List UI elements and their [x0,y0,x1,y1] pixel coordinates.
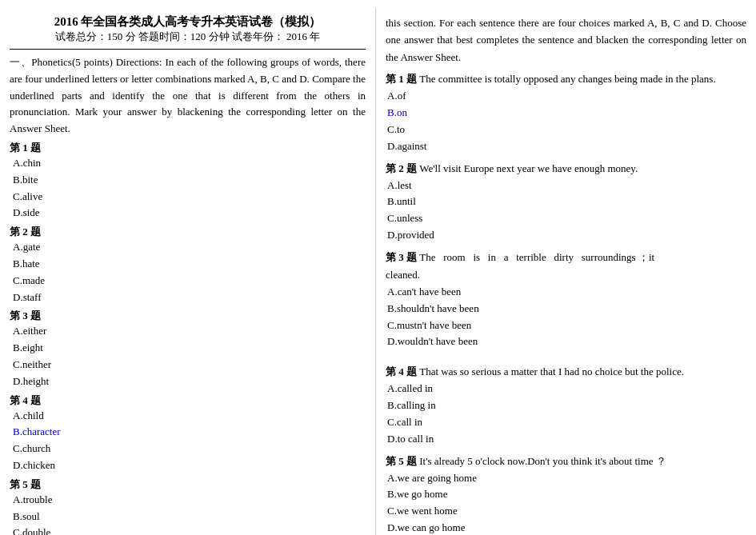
option-line: B.calling in [387,397,746,414]
answer-option: B.eight [13,340,366,357]
sub-title: 试卷总分：150 分 答题时间：120 分钟 试卷年份： 2016 年 [10,30,366,44]
answer-option: C.neither [13,357,366,373]
right-question-block: 第 3 题 The room is in a terrible dirty su… [386,249,746,358]
left-question-block: 第 2 题A.gateB.hateC.madeD.staff [10,225,366,305]
question-label: 第 3 题 [10,309,366,323]
right-question-block: 第 1 题 The committee is totally opposed a… [386,70,746,154]
answer-option: B.bite [13,172,366,189]
q-sentence: 第 2 题 We'll visit Europe next year we ha… [386,160,746,178]
option-line: C.call in [387,414,746,431]
option-line: A.lest [387,178,746,194]
answer-option: C.made [13,273,366,289]
right-question-block: 第 4 题 That was so serious a matter that … [386,363,746,447]
answer-option: D.staff [13,289,366,306]
left-column: 2016 年全国各类成人高考专升本英语试卷（模拟） 试卷总分：150 分 答题时… [0,8,376,535]
answer-option: A.either [13,323,366,340]
right-question-block: 第 2 题 We'll visit Europe next year we ha… [386,160,746,244]
page-container: 2016 年全国各类成人高考专升本英语试卷（模拟） 试卷总分：150 分 答题时… [0,0,756,535]
main-title: 2016 年全国各类成人高考专升本英语试卷（模拟） [10,14,366,30]
question-label: 第 5 题 [10,477,366,492]
right-questions: 第 1 题 The committee is totally opposed a… [386,70,746,535]
option-line: B.until [387,194,746,210]
answer-option: C.church [13,441,366,457]
section1-heading: 一、Phonetics(5 points) Directions: In eac… [10,54,366,138]
answer-option: A.trouble [13,492,366,509]
option-line: A.of [387,88,746,105]
left-question-block: 第 1 题A.chinB.biteC.aliveD.side [10,141,366,222]
left-question-block: 第 5 题A.troubleB.soulC.doubleD.enough [10,477,366,535]
option-line: A.can't have been [387,284,746,301]
divider [10,49,366,50]
option-line: C.unless [387,210,746,227]
option-line: C.we went home [387,503,746,520]
left-question-block: 第 4 题A.childB.characterC.churchD.chicken [10,393,366,474]
right-question-block: 第 5 题 It's already 5 o'clock now.Don't y… [386,453,746,535]
answer-option: C.double [13,525,366,535]
option-line: C.to [387,122,746,138]
q-sentence: 第 5 题 It's already 5 o'clock now.Don't y… [386,453,746,470]
left-question-block: 第 3 题A.eitherB.eightC.neitherD.height [10,309,366,389]
answer-option: D.side [13,205,366,222]
answer-option: B.character [13,424,366,441]
option-line: D.we can go home [387,520,746,535]
option-line: D.to call in [387,431,746,448]
answer-option: B.hate [13,256,366,273]
answer-option: D.chicken [13,457,366,474]
option-line: B.we go home [387,486,746,503]
q-sentence: 第 4 题 That was so serious a matter that … [386,363,746,381]
option-line: A.called in [387,381,746,397]
answer-option: A.child [13,408,366,425]
spacing-block [386,350,746,358]
question-label: 第 4 题 [10,393,366,408]
q-sentence: 第 1 题 The committee is totally opposed a… [386,70,746,88]
option-line: D.provided [387,227,746,244]
answer-option: B.soul [13,509,366,525]
option-line: B.on [387,105,746,122]
option-line: B.shouldn't have been [387,301,746,317]
option-line: D.wouldn't have been [387,333,746,350]
option-line: C.mustn't have been [387,317,746,334]
option-line: D.against [387,138,746,155]
answer-option: D.height [13,373,366,390]
question-label: 第 1 题 [10,141,366,155]
right-column: this section. For each sentence there ar… [376,8,756,535]
answer-option: A.chin [13,155,366,172]
left-questions: 第 1 题A.chinB.biteC.aliveD.side第 2 题A.gat… [10,141,366,535]
option-line: A.we are going home [387,470,746,487]
q-sentence: 第 3 题 The room is in a terrible dirty su… [386,249,746,284]
question-label: 第 2 题 [10,225,366,239]
title-section: 2016 年全国各类成人高考专升本英语试卷（模拟） 试卷总分：150 分 答题时… [10,14,366,44]
answer-option: C.alive [13,189,366,206]
right-section-intro: this section. For each sentence there ar… [386,14,746,66]
answer-option: A.gate [13,239,366,256]
